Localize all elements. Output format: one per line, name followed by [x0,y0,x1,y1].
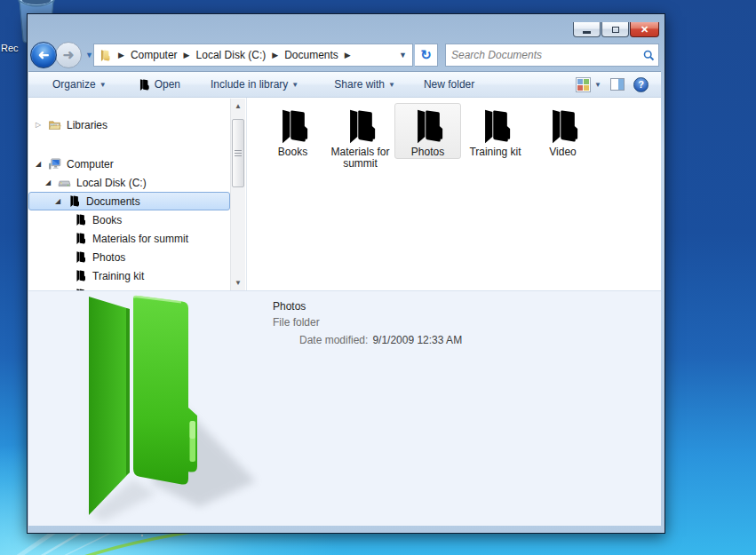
tree-label: Local Disk (C:) [76,177,147,189]
breadcrumb-item-documents[interactable]: Documents [284,49,338,61]
tree-item-local-disk[interactable]: ◢ Local Disk (C:) [28,173,230,192]
file-name: Materials for summit [329,147,393,170]
recycle-bin-label[interactable]: Rec [1,43,26,53]
folder-yellow-icon [73,213,88,226]
open-button[interactable]: Open [129,72,188,97]
tree-item-materials[interactable]: Materials for summit [28,229,230,248]
scroll-up-icon[interactable]: ▲ [231,99,245,114]
tree-label: Computer [67,158,114,170]
file-item-photos[interactable]: Photos [394,103,461,159]
tree-item-computer[interactable]: ◢ Computer [28,155,230,173]
breadcrumb-separator-icon: ▶ [342,51,354,59]
explorer-window: ✕ ➜ ➜ ▼ ▶ Computer ▶ Local Disk (C:) ▶ D… [27,13,665,534]
close-icon: ✕ [641,25,649,35]
desktop: Rec ✕ ➜ ➜ ▼ ▶ Computer ▶ Local Disk (C:)… [0,0,756,555]
history-buttons: ➜ ➜ ▼ [30,42,94,68]
open-label: Open [155,78,180,91]
tree-label: Training kit [92,270,144,282]
search-input[interactable] [446,49,639,61]
address-dropdown-icon[interactable]: ▼ [399,51,409,59]
tree-item-libraries[interactable]: ▷ Libraries [28,115,230,134]
refresh-button[interactable]: ↻ [415,44,438,67]
expander-expanded-icon[interactable]: ◢ [44,178,52,186]
client-area: Organize ▼ Open Include in library ▼ Sha… [28,71,661,526]
back-arrow-icon: ➜ [38,47,50,63]
toolbar-right-icons: ▼ ? [576,77,661,92]
folder-yellow-icon [73,269,88,282]
folder-yellow-icon [543,107,584,146]
date-modified-value: 9/1/2009 12:33 AM [372,334,462,346]
address-bar[interactable]: ▶ Computer ▶ Local Disk (C:) ▶ Documents… [93,44,413,67]
breadcrumb-separator-icon: ▶ [269,51,281,59]
details-pane: Photos File folder Date modified: 9/1/20… [28,290,661,526]
share-label: Share with [334,78,385,91]
navigation-pane: ▷ Libraries ◢ Computer ◢ [28,98,247,290]
preview-pane-icon[interactable] [610,78,625,91]
close-button[interactable]: ✕ [630,22,659,37]
breadcrumb-separator-icon: ▶ [115,51,127,59]
tree-item-books[interactable]: Books [28,210,230,229]
views-button[interactable]: ▼ [576,77,601,92]
include-in-library-button[interactable]: Include in library ▼ [203,72,306,97]
forward-arrow-icon: ➜ [63,47,75,63]
folder-yellow-icon [273,107,314,146]
magnifier-icon[interactable] [639,50,658,61]
file-name: Photos [411,147,444,158]
open-folder-icon [137,78,151,91]
chevron-down-icon: ▼ [291,81,298,89]
folder-yellow-icon [340,107,381,146]
views-icon [576,77,591,92]
file-name: Books [278,147,307,158]
libraries-icon [47,118,62,131]
breadcrumb-separator-icon: ▶ [181,51,193,59]
back-button[interactable]: ➜ [30,42,57,68]
organize-label: Organize [52,78,96,91]
folder-green-icon [408,107,449,146]
expander-expanded-icon[interactable]: ◢ [34,160,43,168]
tree-label: Documents [86,195,140,208]
maximize-icon [612,27,619,33]
folder-green-icon [73,250,88,264]
drive-icon [57,176,72,189]
share-with-button[interactable]: Share with ▼ [326,72,403,97]
breadcrumb-item-local-disk[interactable]: Local Disk (C:) [196,49,267,61]
include-label: Include in library [211,78,288,91]
tree-label: Materials for summit [92,233,188,245]
tree-item-documents[interactable]: ◢ Documents [28,192,230,210]
details-type: File folder [273,316,462,329]
maximize-button[interactable] [601,22,629,37]
file-item-video[interactable]: Video [529,103,596,159]
tree-scrollbar[interactable]: ▲ ▼ [230,99,245,290]
tree-label: Libraries [67,119,107,131]
file-item-training-kit[interactable]: Training kit [462,103,529,159]
scrollbar-thumb[interactable] [232,119,244,187]
file-item-books[interactable]: Books [259,103,326,159]
tree-item-training-kit[interactable]: Training kit [28,266,230,285]
computer-icon [47,157,62,170]
minimize-icon [583,31,591,34]
expander-collapsed-icon[interactable]: ▷ [34,121,43,129]
history-dropdown-icon[interactable]: ▼ [85,51,93,59]
breadcrumb-item-computer[interactable]: Computer [131,49,178,61]
scroll-down-icon[interactable]: ▼ [231,275,245,290]
new-folder-label: New folder [424,78,474,91]
folder-green-preview-icon [48,291,263,524]
expander-expanded-icon[interactable]: ◢ [53,197,62,205]
date-modified-label: Date modified: [299,334,368,346]
chevron-down-icon: ▼ [388,81,395,89]
folder-yellow-icon [475,107,516,146]
tree-label: Books [92,214,122,226]
chevron-down-icon: ▼ [594,81,601,89]
forward-button[interactable]: ➜ [55,42,82,68]
minimize-button[interactable] [573,22,601,37]
folder-icon [98,49,112,62]
tree-item-photos[interactable]: Photos [28,248,230,266]
file-name: Training kit [469,147,521,158]
file-name: Video [549,147,576,158]
help-icon[interactable]: ? [633,77,649,92]
file-item-materials[interactable]: Materials for summit [327,103,394,170]
organize-button[interactable]: Organize ▼ [44,72,115,97]
file-list: Books Materials for summit Photos Traini… [247,98,661,290]
new-folder-button[interactable]: New folder [416,72,482,97]
details-title: Photos [273,300,462,313]
